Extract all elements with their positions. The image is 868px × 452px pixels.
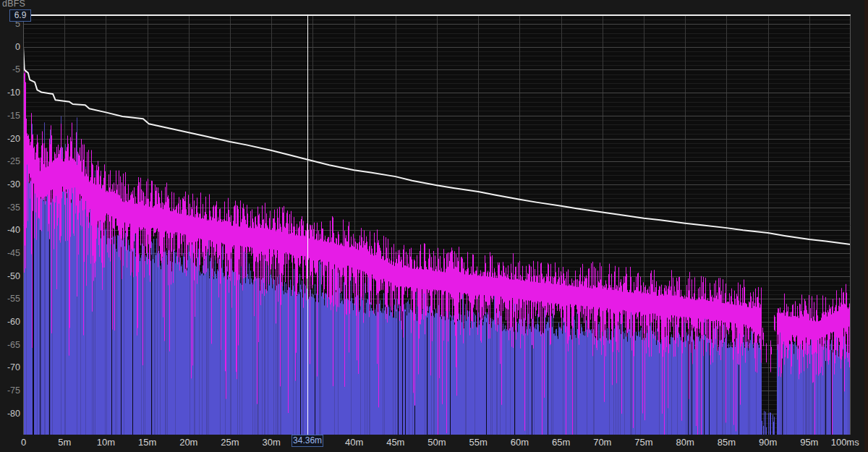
- window-right-edge-strip: [864, 0, 868, 452]
- x-tick-label: 55m: [469, 437, 488, 448]
- y-tick-label: 0: [0, 42, 20, 52]
- x-tick-label: 30m: [263, 437, 281, 448]
- y-tick-label: -25: [0, 156, 20, 166]
- x-tick-label: 25m: [221, 437, 239, 448]
- x-tick-label: 85m: [718, 437, 736, 448]
- y-tick-label: -60: [0, 317, 20, 327]
- analyzer-window: dBFS 6.9 50-5-10-15-20-25-30-35-40-45-50…: [0, 0, 868, 452]
- x-tick-label: 40m: [345, 437, 363, 448]
- x-tick-label: 75m: [634, 437, 652, 448]
- y-tick-label: -5: [0, 64, 20, 74]
- x-tick-label: 90m: [759, 437, 777, 448]
- y-tick-label: -35: [0, 202, 20, 213]
- y-tick-label: -40: [0, 225, 20, 235]
- x-tick-label: 15m: [138, 437, 156, 448]
- y-tick-label: -10: [0, 88, 20, 98]
- x-tick-label: 0: [21, 437, 26, 448]
- decay-plot-canvas[interactable]: [23, 14, 851, 435]
- y-tick-label: -45: [0, 248, 20, 258]
- y-tick-label: -20: [0, 134, 20, 144]
- y-tick-label: -55: [0, 294, 20, 304]
- x-tick-label: 65m: [552, 437, 570, 448]
- x-tick-label: 10m: [97, 437, 115, 448]
- y-tick-label: -70: [0, 362, 20, 372]
- x-tick-label: 5m: [58, 437, 71, 448]
- y-tick-label: -75: [0, 385, 20, 396]
- cursor-time-readout-box[interactable]: 34.36m: [292, 435, 323, 447]
- y-tick-label: -50: [0, 271, 20, 281]
- x-tick-label: 70m: [593, 437, 611, 448]
- x-tick-label: 100ms: [831, 437, 859, 448]
- y-tick-label: -30: [0, 179, 20, 189]
- x-tick-label: 20m: [179, 437, 197, 448]
- y-tick-label: -65: [0, 340, 20, 350]
- y-tick-label: -80: [0, 409, 20, 419]
- x-tick-label: 80m: [676, 437, 694, 448]
- x-tick-label: 45m: [386, 437, 404, 448]
- x-tick-label: 95m: [800, 437, 818, 448]
- x-tick-label: 50m: [427, 437, 446, 448]
- y-axis-unit-label: dBFS: [2, 0, 25, 9]
- x-tick-label: 60m: [511, 437, 529, 448]
- y-axis-max-value-box[interactable]: 6.9: [9, 9, 31, 22]
- y-tick-label: -15: [0, 111, 20, 121]
